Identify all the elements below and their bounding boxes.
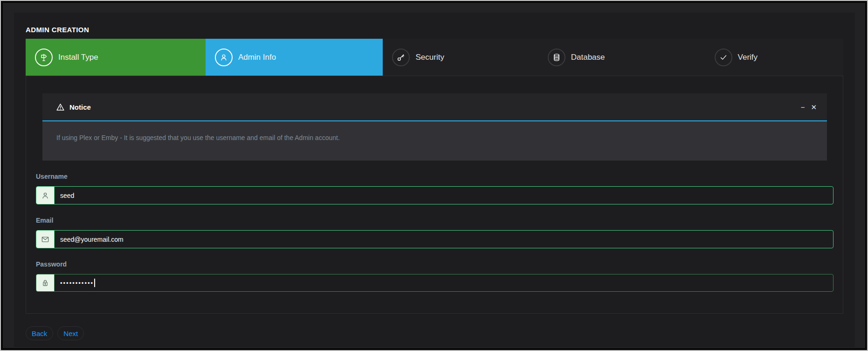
username-label: Username — [36, 173, 834, 180]
tab-database[interactable]: Database — [538, 39, 705, 76]
text-cursor — [94, 279, 95, 287]
database-icon — [548, 49, 565, 66]
password-input[interactable]: ••••••••••• — [55, 274, 833, 291]
step-tabs: Install Type Admin Info — [26, 39, 843, 76]
warning-icon — [55, 102, 65, 112]
form-panel: Notice − ✕ If using Plex or Emby - It is… — [26, 76, 843, 314]
lock-icon — [36, 274, 55, 291]
back-button[interactable]: Back — [26, 326, 53, 340]
password-label: Password — [36, 260, 834, 268]
admin-form: Username Email — [36, 173, 834, 292]
email-label: Email — [36, 217, 834, 224]
check-icon — [715, 49, 732, 66]
page-title: ADMIN CREATION — [26, 26, 89, 34]
close-icon[interactable]: ✕ — [811, 104, 817, 111]
tab-label: Admin Info — [238, 53, 276, 62]
notice-body: If using Plex or Emby - It is suggested … — [42, 121, 827, 161]
notice-title: Notice — [69, 103, 91, 111]
tab-label: Verify — [738, 53, 758, 62]
email-input[interactable] — [55, 231, 833, 248]
tab-verify[interactable]: Verify — [705, 39, 843, 76]
tab-install-type[interactable]: Install Type — [26, 39, 206, 76]
signpost-icon — [35, 49, 53, 66]
envelope-icon — [36, 231, 55, 248]
user-icon — [36, 187, 55, 204]
tab-label: Install Type — [58, 53, 98, 62]
tab-admin-info[interactable]: Admin Info — [206, 39, 383, 76]
username-input-row — [36, 186, 834, 204]
page-background: ADMIN CREATION Install Type — [3, 3, 865, 348]
notice-header: Notice − ✕ — [42, 93, 827, 121]
user-circle-icon — [215, 49, 233, 66]
password-input-row: ••••••••••• — [36, 274, 834, 292]
email-field-group: Email — [36, 217, 834, 248]
tab-security[interactable]: Security — [383, 39, 538, 76]
notice-panel: Notice − ✕ If using Plex or Emby - It is… — [42, 93, 827, 161]
notice-tools: − ✕ — [801, 104, 817, 111]
tab-label: Database — [571, 53, 605, 62]
notice-message: If using Plex or Emby - It is suggested … — [56, 134, 340, 141]
username-input[interactable] — [55, 187, 833, 204]
key-icon — [392, 49, 410, 66]
password-field-group: Password ••••••••••• — [36, 260, 834, 292]
tab-label: Security — [415, 53, 444, 62]
minimize-icon[interactable]: − — [801, 104, 805, 111]
wizard-card: ADMIN CREATION Install Type — [14, 13, 855, 347]
password-masked-value: ••••••••••• — [60, 280, 94, 287]
email-input-row — [36, 230, 834, 248]
username-field-group: Username — [36, 173, 834, 204]
wizard-footer: Back Next — [26, 326, 84, 340]
next-button[interactable]: Next — [57, 326, 84, 340]
